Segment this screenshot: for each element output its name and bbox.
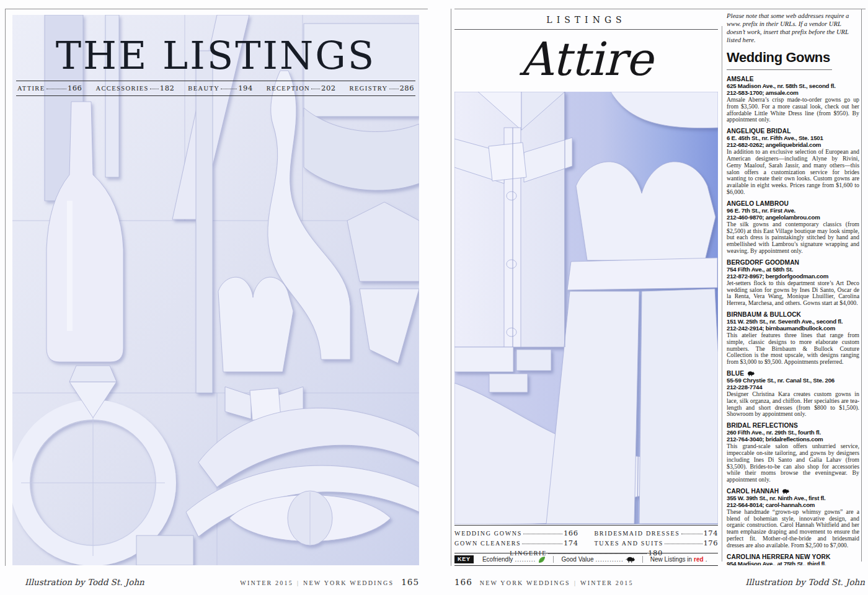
left-page-footer: Illustration by Todd St. John WINTER 201… <box>25 577 419 587</box>
right-page-right-edge-rule <box>861 9 862 562</box>
key-ecofriendly: Ecofriendly ......... <box>482 556 546 563</box>
listing-contact: 212-242-2914; birnbaumandbullock.com <box>727 325 859 332</box>
listing-address: 754 Fifth Ave., at 58th St. <box>727 266 859 273</box>
right-page-footer: 166 NEW YORK WEDDINGS|WINTER 2015 Illust… <box>454 577 865 587</box>
listing-entry: BERGDORF GOODMAN754 Fifth Ave., at 58th … <box>727 259 859 307</box>
left-contents-bar: ATTIRE166ACCESSORIES182BEAUTY194RECEPTIO… <box>16 81 415 96</box>
paper-relief-collage-illustration: THE LISTINGS ATTIRE166ACCESSORIES182BEAU… <box>12 15 419 565</box>
listing-description: Amsale Aberra’s crisp made-to-order gown… <box>727 97 859 123</box>
right-page-top-rule <box>454 9 866 9</box>
page-title: THE LISTINGS <box>12 33 419 78</box>
section-kicker: LISTINGS <box>454 15 718 25</box>
listing-address: 6 E. 45th St., nr. Fifth Ave., Ste. 1501 <box>727 134 859 141</box>
toc-item: RECEPTION202 <box>267 84 336 92</box>
listing-address: 954 Madison Ave., at 75th St., third fl. <box>727 560 859 565</box>
key-divider <box>553 556 554 563</box>
listing-contact: 212-460-9870; angelolambrou.com <box>727 214 859 221</box>
listing-description: Designer Christina Kara creates custom g… <box>727 391 859 418</box>
left-page-top-rule <box>5 9 428 9</box>
listing-name: CAROLINA HERRERA NEW YORK <box>727 553 859 560</box>
left-page-number: 165 <box>401 577 419 587</box>
illustration-credit: Illustration by Todd St. John <box>25 577 144 587</box>
listing-contact: 212-564-8014; carol-hannah.com <box>727 501 859 508</box>
right-page-left-edge-rule <box>451 9 451 566</box>
ecofriendly-leaf-icon <box>538 556 546 563</box>
key-good-value: Good Value ............ <box>561 556 634 563</box>
listing-description: The silk gowns and contemporary classics… <box>727 221 859 255</box>
listing-name: ANGELIQUE BRIDAL <box>727 128 859 134</box>
listing-entry: BIRNBAUM & BULLOCK151 W. 25th St., nr. S… <box>727 311 859 366</box>
listing-name: CAROL HANNAH <box>727 488 859 495</box>
listing-name: AMSALE <box>727 76 859 82</box>
listing-entry: AMSALE625 Madison Ave., nr. 58th St., se… <box>727 76 859 123</box>
listing-entry: BLUE55-59 Chrystie St., nr. Canal St., S… <box>727 370 859 418</box>
toc-item: GOWN CLEANERS174 <box>454 539 578 547</box>
listing-contact: 212-583-1700; amsale.com <box>727 89 859 96</box>
toc-item: TUXES AND SUITS176 <box>595 539 719 547</box>
listing-address: 96 E. 7th St., nr. First Ave. <box>727 207 859 214</box>
good-value-pig-icon <box>746 371 755 376</box>
key-new-listings: New Listings in red. <box>650 556 707 563</box>
listing-entry: CAROLINA HERRERA NEW YORK954 Madison Ave… <box>727 553 859 565</box>
listing-entry: ANGELIQUE BRIDAL6 E. 45th St., nr. Fifth… <box>727 128 859 196</box>
illustration-credit: Illustration by Todd St. John <box>745 577 865 587</box>
listing-name: BRIDAL REFLECTIONS <box>727 422 859 429</box>
listing-description: These handmade “grown-up whimsy gowns” a… <box>727 509 859 549</box>
listing-entry: ANGELO LAMBROU96 E. 7th St., nr. First A… <box>727 200 859 255</box>
listing-contact: 212-764-3040; bridalreflections.com <box>727 436 859 443</box>
right-page-number: 166 <box>454 577 472 587</box>
listing-address: 625 Madison Ave., nr. 58th St., second f… <box>727 82 859 89</box>
key-divider <box>642 556 643 563</box>
tuxedo-and-gown-illustration <box>454 92 718 524</box>
listing-name: BERGDORF GOODMAN <box>727 259 859 266</box>
toc-item: WEDDING GOWNS166 <box>454 529 578 537</box>
heading-rule <box>727 69 832 70</box>
listing-entry: BRIDAL REFLECTIONS260 Fifth Ave., nr. 29… <box>727 422 859 483</box>
category-heading: Wedding Gowns <box>727 50 859 66</box>
listing-address: 260 Fifth Ave., nr. 29th St., fourth fl. <box>727 429 859 436</box>
listing-description: This grand-scale salon offers unhurried … <box>727 443 859 483</box>
listing-contact: 212-872-8957; bergdorfgoodman.com <box>727 273 859 280</box>
listing-description: This atelier features three lines that r… <box>727 332 859 366</box>
toc-item: BRIDESMAID DRESSES174 <box>595 529 719 537</box>
listing-contact: 212-228-7744 <box>727 384 859 390</box>
toc-item: REGISTRY286 <box>350 84 414 92</box>
left-page-edge-rule <box>5 9 6 566</box>
listings-column-rule <box>722 26 722 562</box>
toc-item: ACCESSORIES182 <box>95 84 174 92</box>
legend-key-bar: KEY Ecofriendly ......... Good Value ...… <box>454 553 718 566</box>
magazine-spread: THE LISTINGS ATTIRE166ACCESSORIES182BEAU… <box>0 0 868 595</box>
listing-description: Jet-setters flock to this department sto… <box>727 280 859 307</box>
right-folio: NEW YORK WEDDINGS|WINTER 2015 <box>480 580 634 586</box>
toc-item: ATTIRE166 <box>17 84 82 92</box>
listing-name: BIRNBAUM & BULLOCK <box>727 311 859 318</box>
listing-name: ANGELO LAMBROU <box>727 200 859 207</box>
listing-contact: 212-682-0262; angeliquebridal.com <box>727 141 859 148</box>
listing-address: 55-59 Chrystie St., nr. Canal St., Ste. … <box>727 377 859 384</box>
listing-name: BLUE <box>727 370 859 377</box>
good-value-pig-icon <box>626 556 635 563</box>
left-folio: WINTER 2015|NEW YORK WEDDINGS <box>240 580 394 586</box>
listing-address: 355 W. 39th St., nr. Ninth Ave., first f… <box>727 495 859 501</box>
red-word: red <box>694 556 704 563</box>
toc-item: BEAUTY194 <box>188 84 252 92</box>
good-value-pig-icon <box>781 488 789 494</box>
section-title: Attire <box>454 29 718 89</box>
listing-address: 151 W. 25th St., nr. Seventh Ave., secon… <box>727 318 859 325</box>
listing-description: In addition to an exclusive selection of… <box>727 149 859 196</box>
listing-entry: CAROL HANNAH355 W. 39th St., nr. Ninth A… <box>727 488 859 549</box>
listings-column: Please note that some web addresses requ… <box>727 12 859 565</box>
url-note: Please note that some web addresses requ… <box>727 12 859 44</box>
key-badge: KEY <box>454 555 474 564</box>
